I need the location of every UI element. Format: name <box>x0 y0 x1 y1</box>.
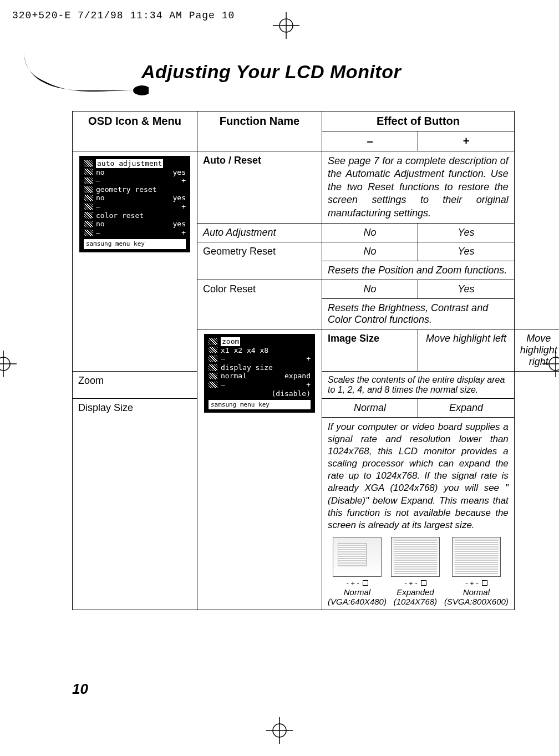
color-reset-minus: No <box>322 280 418 298</box>
color-reset-note: Resets the Brightness, Contrast and Colo… <box>322 298 515 329</box>
func-auto-reset: Auto / Reset <box>197 151 322 224</box>
thumbnail-normal-vga <box>333 537 382 577</box>
registration-mark-top <box>272 11 301 42</box>
image-size-minus: Move highlight left <box>418 329 515 371</box>
th-function: Function Name <box>197 111 322 151</box>
registration-mark-left <box>0 349 18 380</box>
func-display-size: Display Size <box>73 398 197 610</box>
example-expanded: - + - Expanded (1024X768) <box>391 537 440 606</box>
registration-mark-bottom <box>265 716 294 745</box>
func-color-reset: Color Reset <box>197 280 322 329</box>
display-size-text: If your computer or video board supplies… <box>328 421 509 531</box>
func-zoom: Zoom <box>73 371 197 398</box>
func-auto-adjustment: Auto Adjustment <box>197 223 322 242</box>
example-normal-svga: - + - Normal (SVGA:800X600) <box>444 537 509 606</box>
svg-point-9 <box>133 85 149 95</box>
section-title: Adjusting Your LCD Monitor <box>141 61 401 83</box>
display-size-minus: Normal <box>322 398 418 417</box>
th-plus: + <box>418 131 515 151</box>
osd-menu-thumbnail: auto adjustment noyes –+ geometry reset … <box>79 156 190 252</box>
th-effect: Effect of Button <box>322 111 515 131</box>
th-osd-icon: OSD Icon & Menu <box>73 111 197 151</box>
osd-menu-thumbnail-2: zoom x1 x2 x4 x8 –+ display size normale… <box>204 334 315 413</box>
func-geometry-reset: Geometry Reset <box>197 242 322 280</box>
desc-zoom: Scales the contents of the entire displa… <box>322 371 515 398</box>
geo-reset-minus: No <box>322 242 418 261</box>
osd-table: OSD Icon & Menu Function Name Effect of … <box>72 111 559 610</box>
color-reset-plus: Yes <box>418 280 515 298</box>
display-size-examples: - + - Normal (VGA:640X480) - + - Expande… <box>328 537 509 606</box>
auto-adj-minus: No <box>322 223 418 242</box>
thumbnail-expanded <box>391 537 440 577</box>
page-number: 10 <box>72 681 88 698</box>
auto-adj-plus: Yes <box>418 223 515 242</box>
example-normal-vga: - + - Normal (VGA:640X480) <box>328 537 387 606</box>
osd-thumb-image-size: zoom x1 x2 x4 x8 –+ display size normale… <box>197 329 322 610</box>
func-image-size: Image Size <box>322 329 418 371</box>
th-minus: – <box>322 131 418 151</box>
geo-reset-note: Resets the Position and Zoom functions. <box>322 261 515 280</box>
geo-reset-plus: Yes <box>418 242 515 261</box>
desc-auto-reset: See page 7 for a complete description of… <box>322 151 515 224</box>
page-header: 320+520-E 7/21/98 11:34 AM Page 10 <box>12 10 235 21</box>
swoosh-graphic <box>21 47 149 108</box>
desc-display-size: If your computer or video board supplies… <box>322 417 515 610</box>
image-size-plus: Move highlight right <box>514 329 559 371</box>
osd-thumb-auto-reset: auto adjustment noyes –+ geometry reset … <box>73 151 197 372</box>
display-size-plus: Expand <box>418 398 515 417</box>
thumbnail-normal-svga <box>452 537 501 577</box>
